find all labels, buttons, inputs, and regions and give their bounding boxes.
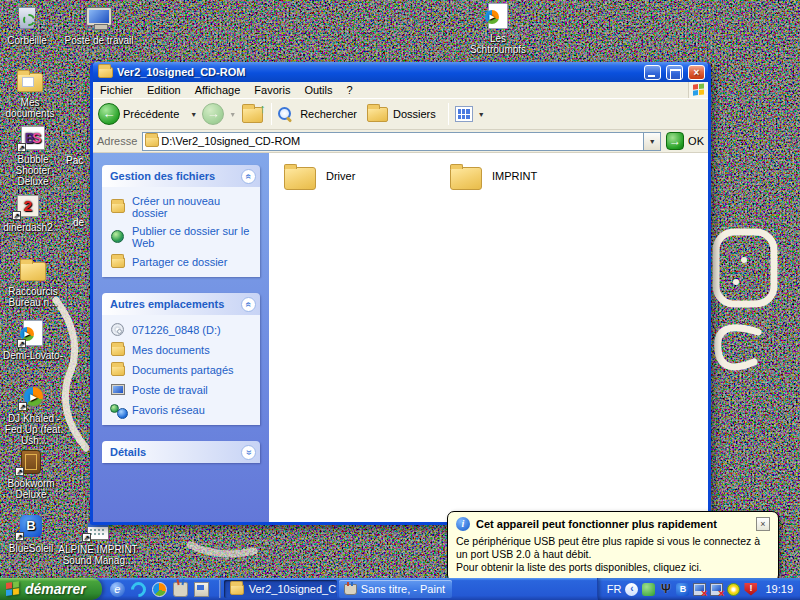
task-label: Sans titre, - Paint <box>361 583 445 595</box>
desktop-icon-label-partial: Pac <box>66 155 83 166</box>
search-icon[interactable] <box>278 107 293 122</box>
desktop-icon-dinerdash2[interactable]: 2 ↗ dinerdash2 <box>0 192 62 233</box>
desktop-icon-les-schtroumpfs[interactable]: ▶ Les Schtroumpfs <box>461 3 535 55</box>
panel-header-other-places[interactable]: Autres emplacements « <box>102 293 260 315</box>
messenger-icon[interactable] <box>727 583 740 596</box>
maximize-button[interactable] <box>666 65 683 80</box>
network-disconnected-icon[interactable] <box>710 583 723 596</box>
up-button[interactable]: ↑ <box>241 102 265 126</box>
security-alert-icon[interactable]: ! <box>744 583 757 596</box>
desktop-icon-bookworm[interactable]: ↗ Bookworm Deluxe <box>0 448 65 500</box>
balloon-close-icon[interactable]: × <box>756 517 770 531</box>
panel-other-places: Autres emplacements « 071226_0848 (D:) M… <box>102 293 260 425</box>
place-my-computer[interactable]: Poste de travail <box>110 383 256 397</box>
new-folder-icon <box>110 200 126 214</box>
usb-device-icon[interactable]: Ψ <box>659 583 672 596</box>
network-disconnected-icon[interactable] <box>693 583 706 596</box>
desktop-icon-my-documents[interactable]: Mes documents <box>0 67 64 119</box>
taskbar-separator <box>219 580 221 598</box>
taskbar-task-paint[interactable]: Sans titre, - Paint <box>339 580 452 598</box>
address-dropdown-icon[interactable]: ▼ <box>643 133 660 150</box>
back-button-label[interactable]: Précédente <box>123 108 179 120</box>
folders-button-label[interactable]: Dossiers <box>393 108 436 120</box>
address-input[interactable]: D:\Ver2_10signed_CD-ROM ▼ <box>142 132 661 151</box>
desktop-icon-label: Demi-Lovato- <box>0 350 67 361</box>
folder-icon <box>283 161 317 191</box>
language-indicator[interactable]: FR <box>607 583 622 595</box>
desktop-icon-bubble-shooter[interactable]: BS ↗ Bubble Shooter Deluxe <box>0 124 67 187</box>
bluetooth-tray-icon[interactable]: B <box>676 583 689 596</box>
menu-affichage[interactable]: Affichage <box>188 83 248 97</box>
menu-favoris[interactable]: Favoris <box>247 83 297 97</box>
back-button-icon[interactable]: ← <box>98 103 120 125</box>
desktop-icon-raccourcis-bureau[interactable]: Raccourcis Bureau n... <box>0 256 67 308</box>
book-icon <box>21 450 41 474</box>
clock[interactable]: 19:19 <box>761 583 793 595</box>
task-create-folder[interactable]: Créer un nouveau dossier <box>110 195 256 219</box>
info-icon: i <box>456 517 470 531</box>
show-desktop-icon[interactable] <box>194 582 209 597</box>
collapse-chevron-icon[interactable]: « <box>241 297 256 312</box>
desktop-icon-label: DJ Khaled - Fed Up (feat. Ush... <box>0 413 70 446</box>
search-button-label[interactable]: Rechercher <box>300 108 357 120</box>
place-my-documents[interactable]: Mes documents <box>110 343 256 357</box>
close-button[interactable]: × <box>688 65 705 80</box>
expand-chevron-icon[interactable]: « <box>241 445 256 460</box>
folders-button-icon[interactable] <box>366 104 390 124</box>
shortcut-arrow-icon: ↗ <box>82 533 91 542</box>
folder-name: Driver <box>326 170 355 182</box>
menu-outils[interactable]: Outils <box>297 83 339 97</box>
folder-name: IMPRINT <box>492 170 537 182</box>
place-cd-drive[interactable]: 071226_0848 (D:) <box>110 323 256 337</box>
menu-fichier[interactable]: Fichier <box>93 83 140 97</box>
menu-edition[interactable]: Edition <box>140 83 188 97</box>
media-player-icon[interactable] <box>152 582 167 597</box>
place-network[interactable]: Favoris réseau <box>110 403 256 417</box>
address-value[interactable]: D:\Ver2_10signed_CD-ROM <box>161 135 643 147</box>
my-computer-icon <box>110 383 126 397</box>
file-list-area[interactable]: Driver IMPRINT <box>269 153 708 522</box>
desktop-icon-my-computer[interactable]: Poste de travail <box>63 5 135 46</box>
start-button[interactable]: démarrer <box>0 578 102 600</box>
safely-remove-hardware-icon[interactable] <box>642 583 655 596</box>
desktop-icon-label: Les Schtroumpfs <box>461 33 535 55</box>
desktop-icon-label: Corbeille <box>0 35 61 46</box>
task-share-folder[interactable]: Partager ce dossier <box>110 255 256 269</box>
address-label: Adresse <box>97 135 137 147</box>
task-publish-web[interactable]: Publier ce dossier sur le Web <box>110 225 256 249</box>
views-button-icon[interactable] <box>455 106 473 122</box>
desktop-icon-label: dinerdash2 <box>0 222 62 233</box>
desktop-icon-label: Bookworm Deluxe <box>0 478 65 500</box>
hide-tray-icons-icon[interactable]: ‹ <box>625 583 638 596</box>
desktop-icon-alpine-imprint[interactable]: ↗ ALPINE IMPRINT Sound Manag... <box>57 518 139 566</box>
taskbar: démarrer e Ver2_10signed_CD-R... Sans ti… <box>0 578 800 600</box>
balloon-body-2[interactable]: Pour obtenir la liste des ports disponib… <box>456 561 770 574</box>
forward-button-icon[interactable]: → <box>202 103 224 125</box>
paint-icon[interactable] <box>173 582 188 597</box>
desktop-icon-bluesoleil[interactable]: B ↗ BlueSoleil <box>0 513 65 554</box>
desktop-icon-label: Poste de travail <box>63 35 135 46</box>
desktop-icon-dj-khaled[interactable]: ▶ ↗ DJ Khaled - Fed Up (feat. Ush... <box>0 383 70 446</box>
desktop-icon-label: Bubble Shooter Deluxe <box>0 154 67 187</box>
menu-help[interactable]: ? <box>340 83 360 97</box>
toolbar-separator <box>271 103 272 125</box>
folder-item-driver[interactable]: Driver <box>283 161 355 191</box>
go-button[interactable]: → OK <box>666 132 704 150</box>
internet-explorer-icon[interactable]: e <box>110 582 125 597</box>
network-icon <box>110 403 126 417</box>
collapse-chevron-icon[interactable]: « <box>241 169 256 184</box>
place-shared-documents[interactable]: Documents partagés <box>110 363 256 377</box>
desktop-icon-recycle-bin[interactable]: Corbeille <box>0 5 61 46</box>
msn-browser-icon[interactable] <box>128 578 149 599</box>
panel-header-file-tasks[interactable]: Gestion des fichiers « <box>102 165 260 187</box>
minimize-button[interactable] <box>644 65 661 80</box>
back-dropdown-icon[interactable]: ▼ <box>190 111 197 118</box>
windows-flag-icon <box>6 581 20 597</box>
views-dropdown-icon[interactable]: ▼ <box>478 111 485 118</box>
taskbar-task-explorer[interactable]: Ver2_10signed_CD-R... <box>224 580 337 598</box>
title-bar[interactable]: Ver2_10signed_CD-ROM × <box>93 62 708 82</box>
folder-item-imprint[interactable]: IMPRINT <box>449 161 537 191</box>
panel-title: Autres emplacements <box>110 298 224 310</box>
desktop-icon-demi-lovato[interactable]: ▶ ↗ Demi-Lovato- <box>0 320 67 361</box>
panel-header-details[interactable]: Détails « <box>102 441 260 463</box>
